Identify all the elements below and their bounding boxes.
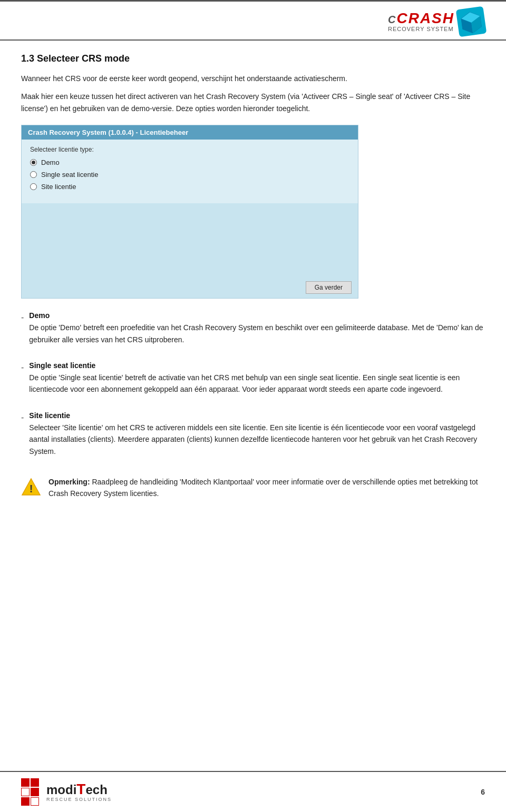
- radio-single-seat-label: Single seat licentie: [41, 171, 98, 179]
- section-site: - Site licentie Selecteer 'Site licentie…: [21, 411, 485, 463]
- site-text: Selecteer 'Site licentie' om het CRS te …: [29, 422, 485, 457]
- warning-body: Raadpleeg de handleiding 'Moditech Klant…: [48, 478, 478, 498]
- radio-demo[interactable]: Demo: [30, 159, 349, 166]
- page-footer: modiTech RESCUE SOLUTIONS 6: [0, 771, 506, 812]
- sq-ml: [21, 788, 30, 796]
- radio-demo-circle[interactable]: [30, 159, 37, 166]
- page-header: CCRASH Recovery System: [0, 2, 506, 41]
- squares-bot-row: [21, 797, 39, 806]
- radio-site-label: Site licentie: [41, 183, 76, 191]
- moditech-squares: [21, 778, 39, 806]
- warning-icon: !: [21, 477, 41, 497]
- logo-recovery-text: Recovery System: [388, 26, 454, 32]
- main-content: 1.3 Selecteer CRS mode Wanneer het CRS v…: [0, 41, 506, 537]
- sq-mr: [31, 788, 39, 796]
- demo-text: De optie 'Demo' betreft een proefeditie …: [29, 322, 485, 345]
- logo-cube-icon: [458, 8, 484, 35]
- sq-br: [31, 797, 39, 806]
- ga-verder-button[interactable]: Ga verder: [306, 281, 352, 294]
- t-part: T: [76, 781, 85, 797]
- logo-icon: [456, 6, 487, 37]
- logo-area: CCRASH Recovery System: [388, 8, 485, 35]
- ech-part: ech: [85, 783, 107, 797]
- dialog-body: Selecteer licentie type: Demo Single sea…: [22, 140, 358, 203]
- logo-crash-text: CCRASH: [388, 11, 454, 26]
- sq-tr: [31, 778, 39, 787]
- bullet-dash-site: -: [21, 411, 24, 424]
- dialog-title-bar: Crash Recovery System (1.0.0.4) - Licent…: [22, 125, 358, 140]
- demo-title: Demo: [29, 311, 485, 320]
- warning-label: Opmerking:: [48, 478, 90, 486]
- radio-single-seat[interactable]: Single seat licentie: [30, 171, 349, 179]
- warning-triangle-icon: !: [21, 477, 41, 497]
- intro-paragraph-1: Wanneer het CRS voor de eerste keer word…: [21, 73, 485, 84]
- dialog-title-text: Crash Recovery System (1.0.0.4) - Licent…: [28, 128, 188, 136]
- warning-box: ! Opmerking: Raadpleeg de handleiding 'M…: [21, 476, 485, 500]
- sq-bl: [21, 797, 30, 806]
- sq-tl: [21, 778, 30, 787]
- warning-text-content: Opmerking: Raadpleeg de handleiding 'Mod…: [48, 476, 485, 500]
- radio-site[interactable]: Site licentie: [30, 183, 349, 191]
- dialog-spacer: [22, 203, 358, 277]
- license-dialog: Crash Recovery System (1.0.0.4) - Licent…: [21, 125, 358, 299]
- dialog-footer: Ga verder: [22, 277, 358, 298]
- moditech-brand-name: modiTech: [46, 782, 112, 797]
- moditech-name-block: modiTech RESCUE SOLUTIONS: [46, 782, 112, 802]
- moditech-logo: modiTech RESCUE SOLUTIONS: [21, 778, 112, 806]
- section-title: 1.3 Selecteer CRS mode: [21, 53, 485, 64]
- svg-text:!: !: [30, 483, 33, 494]
- demo-content: Demo De optie 'Demo' betreft een proefed…: [29, 311, 485, 352]
- bullet-dash-demo: -: [21, 311, 24, 324]
- logo-text: CCRASH Recovery System: [388, 11, 454, 32]
- single-seat-content: Single seat licentie De optie 'Single se…: [29, 361, 485, 402]
- site-content: Site licentie Selecteer 'Site licentie' …: [29, 411, 485, 463]
- section-demo: - Demo De optie 'Demo' betreft een proef…: [21, 311, 485, 352]
- intro-paragraph-2: Maak hier een keuze tussen het direct ac…: [21, 91, 485, 114]
- dialog-subtitle: Selecteer licentie type:: [30, 146, 349, 153]
- section-single-seat: - Single seat licentie De optie 'Single …: [21, 361, 485, 402]
- single-seat-text: De optie 'Single seat licentie' betreft …: [29, 372, 485, 395]
- radio-demo-label: Demo: [41, 159, 60, 166]
- modi-part: modi: [46, 783, 76, 797]
- radio-single-seat-circle[interactable]: [30, 171, 37, 178]
- page-number: 6: [481, 788, 485, 796]
- squares-top-row: [21, 778, 39, 787]
- bullet-dash-single: -: [21, 361, 24, 374]
- squares-mid-row: [21, 788, 39, 796]
- site-title: Site licentie: [29, 411, 485, 420]
- single-seat-title: Single seat licentie: [29, 361, 485, 370]
- radio-site-circle[interactable]: [30, 183, 37, 190]
- rescue-solutions-text: RESCUE SOLUTIONS: [46, 797, 112, 802]
